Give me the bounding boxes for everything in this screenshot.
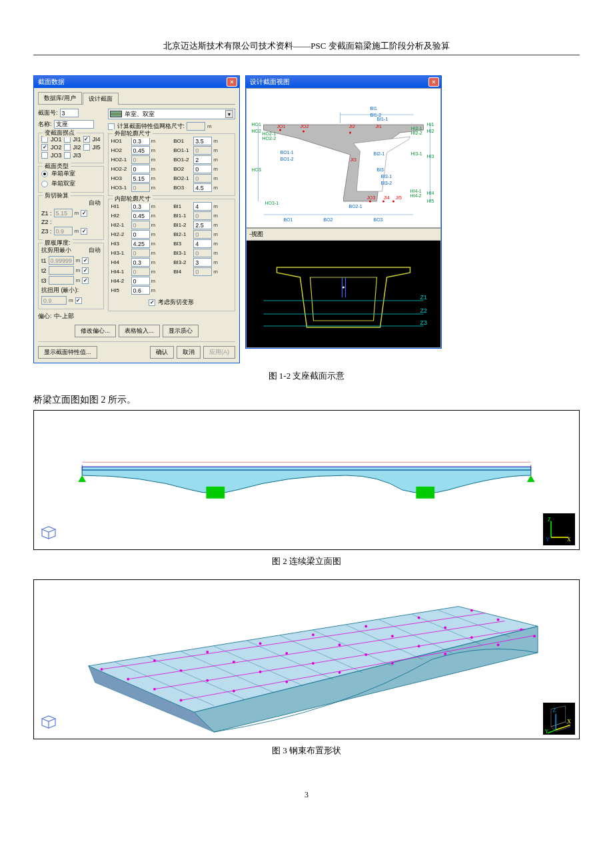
hi31-input[interactable] <box>131 249 150 257</box>
cb-kangn[interactable] <box>75 297 82 304</box>
svg-rect-67 <box>416 487 434 499</box>
preview-pane: -视图 Z1 Z2 Z3 <box>246 228 441 348</box>
tab-design-section[interactable]: 设计截面 <box>83 93 119 105</box>
hi42-input[interactable] <box>131 277 150 285</box>
svg-point-108 <box>206 679 209 682</box>
bo12-input[interactable] <box>193 155 212 164</box>
svg-text:Z1: Z1 <box>420 294 428 301</box>
hi41-input[interactable] <box>131 267 150 276</box>
bi32-input[interactable] <box>193 258 212 267</box>
table-input-button[interactable]: 表格输入... <box>119 325 160 337</box>
ok-button[interactable]: 确认 <box>150 346 174 359</box>
cb-ji2[interactable] <box>64 144 71 151</box>
hi2-input[interactable] <box>131 211 150 220</box>
cb-t1[interactable] <box>82 257 89 264</box>
bo11-input[interactable] <box>193 146 212 155</box>
calc-grid-input[interactable] <box>187 122 205 131</box>
hi4-input[interactable] <box>131 258 150 267</box>
svg-text:BI3-2: BI3-2 <box>381 181 392 185</box>
bi21-input[interactable] <box>193 230 212 239</box>
close-icon[interactable]: × <box>428 77 439 87</box>
cb-z3-auto[interactable] <box>81 228 87 235</box>
svg-text:JI2: JI2 <box>349 124 355 129</box>
svg-text:HO3-1: HO3-1 <box>265 201 279 205</box>
svg-text:BO1-2: BO1-2 <box>281 157 294 161</box>
cb-t2[interactable] <box>82 267 89 274</box>
ho2-input[interactable] <box>131 146 150 155</box>
svg-text:HO2: HO2 <box>252 129 262 133</box>
bo1-input[interactable] <box>193 137 212 145</box>
svg-point-103 <box>338 643 341 646</box>
t3-input[interactable] <box>49 276 74 285</box>
cb-ji4[interactable] <box>83 136 90 143</box>
svg-text:Z3: Z3 <box>420 319 428 326</box>
close-icon[interactable]: × <box>227 77 237 87</box>
cb-jo3[interactable] <box>41 152 48 159</box>
ho22-input[interactable] <box>131 165 150 173</box>
svg-point-100 <box>180 669 183 672</box>
bi12-input[interactable] <box>193 221 212 229</box>
section-no-input[interactable] <box>60 109 79 117</box>
cb-ji3[interactable] <box>64 152 71 159</box>
svg-text:Z: Z <box>552 707 556 713</box>
svg-text:JO1: JO1 <box>277 124 286 129</box>
svg-point-119 <box>391 662 394 665</box>
tab-database[interactable]: 数据库/用户 <box>38 92 82 104</box>
show-center-button[interactable]: 显示质心 <box>163 325 199 337</box>
svg-text:HI3: HI3 <box>427 154 434 159</box>
svg-text:HI3-1: HI3-1 <box>411 151 422 156</box>
svg-point-10 <box>369 201 371 203</box>
svg-text:HO3: HO3 <box>252 167 262 172</box>
svg-line-125 <box>548 730 556 733</box>
bo21-input[interactable] <box>193 174 212 183</box>
section-type-select[interactable]: 单室、双室 ▼ <box>108 109 235 119</box>
bi3-input[interactable] <box>193 239 212 248</box>
z3-input[interactable] <box>54 227 73 235</box>
svg-text:BO2-1: BO2-1 <box>349 204 362 209</box>
apply-button[interactable]: 应用(A) <box>203 346 235 359</box>
t1-input[interactable] <box>49 256 74 265</box>
t2-input[interactable] <box>49 266 74 275</box>
modify-offset-button[interactable]: 修改偏心... <box>75 325 116 337</box>
section-data-dialog: 截面数据 × 数据库/用户 设计截面 截面号: 名称: <box>33 75 240 363</box>
cb-t3[interactable] <box>82 277 89 284</box>
bo3-input[interactable] <box>193 183 212 192</box>
cb-ji5[interactable] <box>83 144 90 151</box>
bi4-input[interactable] <box>193 267 212 276</box>
svg-text:BO3: BO3 <box>374 217 383 222</box>
bi31-input[interactable] <box>193 249 212 257</box>
caption-2: 图 2 连续梁立面图 <box>33 555 580 567</box>
hi5-input[interactable] <box>131 286 150 295</box>
name-input[interactable] <box>54 120 94 129</box>
svg-text:Z2: Z2 <box>420 307 428 314</box>
hi22-input[interactable] <box>131 230 150 239</box>
cb-z1-auto[interactable] <box>81 210 87 217</box>
cancel-button[interactable]: 取消 <box>177 346 201 359</box>
ho3-input[interactable] <box>131 174 150 183</box>
svg-text:BO1-1: BO1-1 <box>281 150 294 155</box>
bi11-input[interactable] <box>193 211 212 220</box>
radio-double-box[interactable] <box>41 181 48 187</box>
page-header: 北京迈达斯技术有限公司技术资料——PSC 变截面箱梁施工阶段分析及验算 <box>33 40 580 55</box>
ho31-input[interactable] <box>131 183 150 192</box>
cb-calc-grid[interactable] <box>108 123 115 130</box>
cb-jo2[interactable] <box>41 144 48 151</box>
hi3-input[interactable] <box>131 239 150 248</box>
cb-shear-deform[interactable] <box>149 299 155 306</box>
view-orientation-icon <box>39 715 58 733</box>
svg-point-53 <box>342 287 344 289</box>
radio-single-box[interactable] <box>41 171 48 177</box>
hi21-input[interactable] <box>131 221 150 229</box>
svg-point-98 <box>470 609 473 612</box>
ho21-input[interactable] <box>131 155 150 164</box>
svg-text:JI3: JI3 <box>350 157 356 162</box>
svg-point-9 <box>349 132 351 134</box>
dialog-titlebar: 截面数据 × <box>34 76 239 88</box>
show-props-button[interactable]: 显示截面特性值... <box>38 346 97 359</box>
bi1-input[interactable] <box>193 202 212 211</box>
z1-input[interactable] <box>54 209 73 217</box>
name-label: 名称: <box>38 120 52 129</box>
kangn-input[interactable] <box>41 296 67 305</box>
bo2-input[interactable] <box>193 165 212 173</box>
preview-title: -视图 <box>247 229 440 241</box>
